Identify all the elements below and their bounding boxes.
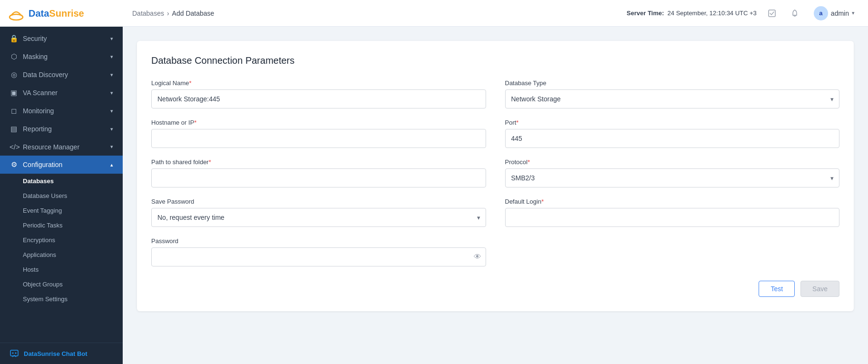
submenu-item-applications[interactable]: Applications	[0, 247, 123, 262]
hostname-input[interactable]	[151, 129, 486, 148]
save-password-label: Save Password	[151, 198, 486, 205]
port-group: Port*	[505, 119, 840, 148]
form-grid: Logical Name* Database Type Network Stor…	[151, 79, 839, 266]
sidebar-item-resource-manager[interactable]: </> Resource Manager ▾	[0, 138, 123, 156]
sidebar-item-masking[interactable]: ⬡ Masking ▾	[0, 48, 123, 66]
password-wrapper: 👁	[151, 247, 486, 266]
logo-sunrise: Sunrise	[49, 8, 84, 19]
database-type-label: Database Type	[505, 79, 840, 87]
hostname-group: Hostname or IP*	[151, 119, 486, 148]
admin-chevron-icon: ▾	[852, 10, 855, 16]
sidebar-item-va-scanner[interactable]: ▣ VA Scanner ▾	[0, 84, 123, 102]
password-input[interactable]	[151, 247, 486, 266]
header: Databases › Add Database Server Time: 24…	[123, 0, 868, 27]
sidebar-item-label: Reporting	[23, 125, 52, 133]
submenu-label: Hosts	[23, 266, 39, 273]
logo-data: Data	[29, 8, 49, 19]
checkmark-icon[interactable]	[764, 6, 780, 21]
breadcrumb-separator: ›	[167, 10, 169, 17]
submenu-label: Applications	[23, 251, 56, 258]
save-password-select-wrapper: No, request every time Yes, save passwor…	[151, 208, 486, 227]
avatar-button[interactable]: a admin ▾	[810, 4, 858, 22]
page-body: Database Connection Parameters Logical N…	[123, 27, 868, 364]
sidebar-item-label: Configuration	[23, 161, 62, 168]
database-type-select-wrapper: Network Storage MySQL PostgreSQL	[505, 89, 840, 108]
chevron-icon: ▾	[110, 36, 113, 42]
chevron-up-icon: ▴	[110, 162, 113, 168]
logical-name-group: Logical Name*	[151, 79, 486, 108]
submenu-item-object-groups[interactable]: Object Groups	[0, 277, 123, 292]
database-type-group: Database Type Network Storage MySQL Post…	[505, 79, 840, 108]
submenu-label: Event Tagging	[23, 207, 62, 214]
submenu-item-periodic-tasks[interactable]: Periodic Tasks	[0, 218, 123, 233]
form-title: Database Connection Parameters	[151, 55, 839, 66]
empty-cell	[505, 237, 840, 266]
sidebar-item-monitoring[interactable]: ◻ Monitoring ▾	[0, 102, 123, 120]
eye-icon[interactable]: 👁	[474, 253, 481, 261]
submenu-item-system-settings[interactable]: System Settings	[0, 292, 123, 306]
monitoring-icon: ◻	[10, 107, 18, 115]
submenu-item-event-tagging[interactable]: Event Tagging	[0, 203, 123, 218]
security-icon: 🔒	[10, 34, 18, 43]
chatbot-label: DataSunrise Chat Bot	[24, 350, 88, 357]
port-label: Port*	[505, 119, 840, 126]
submenu-item-encryptions[interactable]: Encryptions	[0, 233, 123, 247]
reporting-icon: ▤	[10, 125, 18, 133]
submenu-label: Encryptions	[23, 236, 55, 244]
sidebar-item-reporting[interactable]: ▤ Reporting ▾	[0, 120, 123, 138]
sidebar-item-data-discovery[interactable]: ◎ Data Discovery ▾	[0, 66, 123, 84]
configuration-icon: ⚙	[10, 160, 18, 169]
save-password-select[interactable]: No, request every time Yes, save passwor…	[151, 208, 486, 227]
submenu-item-databases[interactable]: Databases	[0, 174, 123, 188]
submenu-label: Periodic Tasks	[23, 222, 63, 229]
sidebar: DataSunrise 🔒 Security ▾ ⬡ Masking ▾ ◎ D…	[0, 0, 123, 364]
chevron-icon: ▾	[110, 90, 113, 96]
test-button[interactable]: Test	[759, 281, 795, 297]
main-content: Databases › Add Database Server Time: 24…	[123, 0, 868, 364]
submenu-label: Object Groups	[23, 281, 63, 288]
submenu-item-database-users[interactable]: Database Users	[0, 188, 123, 203]
submenu-label: System Settings	[23, 295, 68, 303]
masking-icon: ⬡	[10, 52, 18, 61]
hostname-label: Hostname or IP*	[151, 119, 486, 126]
sidebar-item-label: Resource Manager	[23, 143, 79, 151]
port-input[interactable]	[505, 129, 840, 148]
protocol-select[interactable]: SMB2/3 SMB1 NFS	[505, 168, 840, 187]
header-right: Server Time: 24 September, 12:10:34 UTC …	[627, 4, 858, 22]
default-login-input[interactable]	[505, 208, 840, 227]
form-card: Database Connection Parameters Logical N…	[137, 41, 854, 311]
protocol-label: Protocol*	[505, 158, 840, 166]
svg-point-2	[12, 353, 14, 354]
chevron-icon: ▾	[110, 126, 113, 132]
resource-manager-icon: </>	[10, 143, 18, 151]
submenu-label: Databases	[23, 177, 54, 185]
sidebar-item-label: VA Scanner	[23, 89, 58, 97]
protocol-group: Protocol* SMB2/3 SMB1 NFS	[505, 158, 840, 187]
breadcrumb-parent[interactable]: Databases	[132, 10, 164, 17]
server-time: Server Time: 24 September, 12:10:34 UTC …	[627, 10, 757, 17]
admin-label: admin	[831, 10, 849, 17]
logo: DataSunrise	[0, 0, 123, 27]
breadcrumb: Databases › Add Database	[132, 10, 214, 17]
password-group: Password 👁	[151, 237, 486, 266]
submenu-item-hosts[interactable]: Hosts	[0, 262, 123, 277]
avatar: a	[814, 6, 828, 20]
submenu-label: Database Users	[23, 192, 67, 199]
chevron-icon: ▾	[110, 54, 113, 60]
sidebar-item-security[interactable]: 🔒 Security ▾	[0, 30, 123, 48]
chatbot-button[interactable]: DataSunrise Chat Bot	[0, 343, 123, 364]
password-label: Password	[151, 237, 486, 245]
sidebar-menu: 🔒 Security ▾ ⬡ Masking ▾ ◎ Data Discover…	[0, 27, 123, 343]
path-group: Path to shared folder*	[151, 158, 486, 187]
bell-icon[interactable]	[787, 6, 802, 21]
sidebar-item-label: Data Discovery	[23, 71, 68, 79]
logical-name-input[interactable]	[151, 89, 486, 108]
form-actions: Test Save	[151, 281, 839, 297]
sidebar-item-configuration[interactable]: ⚙ Configuration ▴	[0, 156, 123, 174]
path-input[interactable]	[151, 168, 486, 187]
data-discovery-icon: ◎	[10, 70, 18, 79]
save-button[interactable]: Save	[800, 281, 839, 297]
logical-name-label: Logical Name*	[151, 79, 486, 87]
sidebar-item-label: Masking	[23, 53, 48, 60]
database-type-select[interactable]: Network Storage MySQL PostgreSQL	[505, 89, 840, 108]
